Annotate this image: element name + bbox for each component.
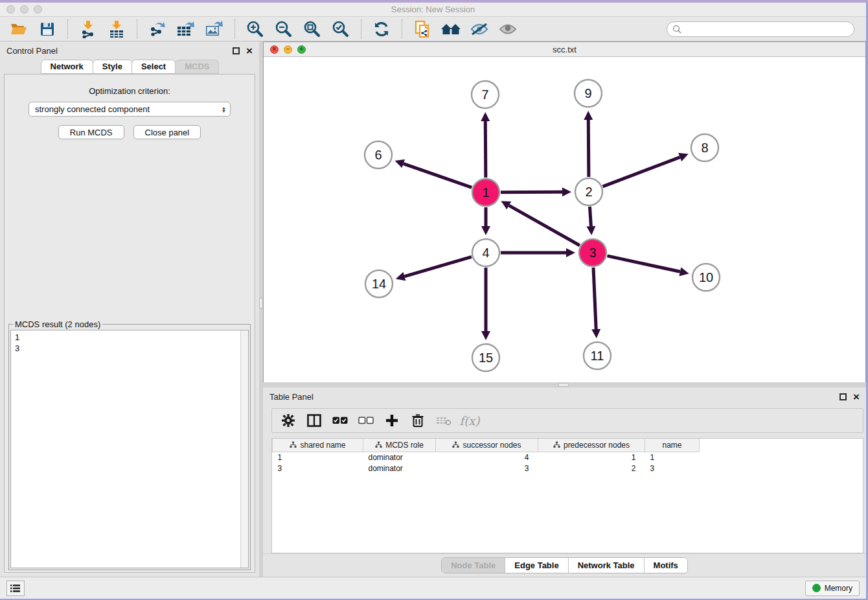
edge-3-1[interactable] xyxy=(509,205,580,246)
memory-label: Memory xyxy=(825,584,852,593)
tab-style[interactable]: Style xyxy=(93,60,132,74)
node-table[interactable]: shared nameMCDS rolesuccessor nodesprede… xyxy=(271,438,863,553)
edge-4-14[interactable] xyxy=(404,257,472,276)
table-cell[interactable]: 4 xyxy=(436,452,538,463)
tab-network-table[interactable]: Network Table xyxy=(569,558,645,573)
edge-2-8[interactable] xyxy=(603,157,680,187)
edge-2-3[interactable] xyxy=(589,207,591,226)
table-row[interactable]: 3dominator323 xyxy=(273,463,700,474)
search-field[interactable] xyxy=(667,21,854,37)
table-row[interactable]: 1dominator411 xyxy=(273,452,700,463)
close-window-button[interactable] xyxy=(6,5,15,14)
zoom-in-icon[interactable] xyxy=(243,19,268,40)
tab-select[interactable]: Select xyxy=(131,60,176,74)
tab-edge-table[interactable]: Edge Table xyxy=(505,558,568,573)
minimize-window-button[interactable] xyxy=(20,5,29,14)
edge-2-9[interactable] xyxy=(588,120,589,177)
gear-icon[interactable] xyxy=(279,411,298,430)
export-image-icon[interactable] xyxy=(202,19,227,40)
table-cell[interactable]: 3 xyxy=(273,463,363,474)
toolbar-separator xyxy=(402,19,402,39)
deselect-all-icon[interactable] xyxy=(356,411,376,430)
column-header-shared-name[interactable]: shared name xyxy=(273,439,363,452)
memory-button[interactable]: Memory xyxy=(805,581,860,596)
import-network-icon[interactable] xyxy=(76,19,100,40)
result-scrollbar[interactable] xyxy=(240,330,248,568)
node-2[interactable]: 2 xyxy=(575,178,602,205)
tab-node-table[interactable]: Node Table xyxy=(442,558,505,573)
float-panel-icon[interactable] xyxy=(233,47,240,54)
table-cell[interactable]: dominator xyxy=(363,452,436,463)
table-cell[interactable]: 2 xyxy=(538,463,645,474)
node-1[interactable]: 1 xyxy=(472,179,499,206)
vertical-split-divider[interactable] xyxy=(259,41,263,577)
node-15[interactable]: 15 xyxy=(472,344,499,371)
table-cell[interactable]: dominator xyxy=(363,463,436,474)
export-table-icon[interactable] xyxy=(174,19,198,40)
tab-motifs[interactable]: Motifs xyxy=(645,558,687,573)
optimization-criterion-select[interactable]: strongly connected component ▲▼ xyxy=(29,102,231,117)
close-panel-button[interactable]: Close panel xyxy=(133,125,201,139)
add-icon[interactable] xyxy=(382,411,402,430)
node-14[interactable]: 14 xyxy=(365,270,393,297)
show-all-icon[interactable] xyxy=(496,19,520,40)
run-mcds-button[interactable]: Run MCDS xyxy=(58,125,124,139)
layout-refresh-icon[interactable] xyxy=(369,19,394,40)
zoom-out-icon[interactable] xyxy=(271,19,296,40)
node-3[interactable]: 3 xyxy=(579,239,606,266)
float-table-panel-icon[interactable] xyxy=(839,393,847,400)
delete-table-icon xyxy=(434,411,453,430)
network-canvas[interactable]: 7968124314101511 xyxy=(264,57,865,384)
tab-network[interactable]: Network xyxy=(41,60,93,74)
edge-3-11[interactable] xyxy=(593,268,596,329)
export-network-icon[interactable] xyxy=(145,19,170,40)
node-6[interactable]: 6 xyxy=(365,141,392,168)
network-view-window: × − + scc.txt 7968124314101511 xyxy=(263,41,866,382)
zoom-selected-icon[interactable] xyxy=(328,19,353,40)
node-7[interactable]: 7 xyxy=(472,81,499,108)
zoom-fit-icon[interactable] xyxy=(300,19,325,40)
column-header-MCDS-role[interactable]: MCDS role xyxy=(363,439,436,452)
column-header-successor-nodes[interactable]: successor nodes xyxy=(436,439,538,452)
table-cell[interactable]: 1 xyxy=(538,452,645,463)
node-8[interactable]: 8 xyxy=(691,134,718,161)
edge-3-10[interactable] xyxy=(607,256,680,271)
save-session-icon[interactable] xyxy=(35,19,60,40)
toolbar-separator xyxy=(234,19,235,39)
tab-mcds[interactable]: MCDS xyxy=(175,60,219,74)
edge-1-7[interactable] xyxy=(485,121,486,178)
column-view-icon[interactable] xyxy=(304,411,324,430)
search-input[interactable] xyxy=(685,25,849,34)
close-table-panel-icon[interactable]: × xyxy=(853,393,860,400)
home-icon[interactable] xyxy=(439,19,463,40)
svg-text:7: 7 xyxy=(481,87,488,102)
application-window: Session: New Session xyxy=(0,0,868,600)
column-header-name[interactable]: name xyxy=(645,439,700,452)
clone-network-icon[interactable] xyxy=(410,19,435,40)
open-file-icon[interactable] xyxy=(6,19,31,40)
table-cell[interactable]: 1 xyxy=(645,452,700,463)
node-11[interactable]: 11 xyxy=(584,342,611,369)
table-cell[interactable]: 3 xyxy=(645,463,700,474)
import-table-icon[interactable] xyxy=(104,19,129,40)
select-all-icon[interactable] xyxy=(330,411,350,430)
column-header-predecessor-nodes[interactable]: predecessor nodes xyxy=(538,439,645,452)
edge-1-6[interactable] xyxy=(404,164,472,188)
hide-selected-icon[interactable] xyxy=(467,19,492,40)
table-cell[interactable]: 3 xyxy=(436,463,538,474)
table-cell[interactable]: 1 xyxy=(273,452,363,463)
trash-icon[interactable] xyxy=(408,411,428,430)
node-4[interactable]: 4 xyxy=(472,239,499,266)
horizontal-split-divider[interactable] xyxy=(263,382,866,387)
close-panel-icon[interactable]: × xyxy=(246,47,253,54)
network-zoom-button[interactable]: + xyxy=(297,45,306,54)
node-10[interactable]: 10 xyxy=(692,264,720,291)
edge-1-2[interactable] xyxy=(501,192,562,192)
task-history-button[interactable] xyxy=(6,581,25,596)
result-line: 1 xyxy=(15,332,236,343)
network-close-button[interactable]: × xyxy=(270,45,279,54)
node-9[interactable]: 9 xyxy=(575,80,602,107)
network-minimize-button[interactable]: − xyxy=(284,45,292,54)
maximize-window-button[interactable] xyxy=(34,5,42,14)
svg-text:8: 8 xyxy=(701,141,708,155)
